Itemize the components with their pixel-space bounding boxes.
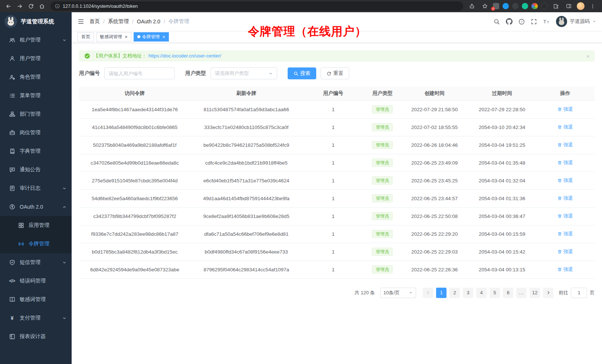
table-row: c347026e805e4d99b0d116eae66eda8ccdfc4ce9… [79, 154, 595, 172]
force-logout-button[interactable]: 强退 [557, 266, 573, 273]
reload-icon[interactable] [26, 1, 36, 11]
sidebar-item[interactable]: ¥支付管理 [0, 309, 72, 327]
close-icon[interactable]: × [163, 34, 166, 39]
action-cell: 强退 [536, 154, 595, 172]
font-size-icon[interactable]: TT [543, 19, 550, 25]
url-bar[interactable]: 127.0.0.1:1024/system/oauth2/token [50, 1, 463, 11]
sidebar-item[interactable]: 菜单管理 [0, 86, 72, 105]
github-icon[interactable] [506, 18, 513, 25]
next-page-button[interactable] [543, 288, 553, 298]
sidebar-item-label: 菜单管理 [20, 92, 66, 99]
force-logout-button[interactable]: 强退 [557, 177, 573, 184]
table-row: 54d6be82ee5a460a9aedc1f9bf22365649d1aa46… [79, 189, 595, 207]
help-icon[interactable]: ? [518, 19, 525, 25]
page-button-4[interactable]: 4 [476, 288, 487, 298]
breadcrumb-item[interactable]: OAuth 2.0 [137, 19, 160, 24]
hamburger-icon[interactable] [78, 18, 84, 25]
sidebar-item[interactable]: 岗位管理 [0, 123, 72, 142]
page-button-12[interactable]: 12 [530, 288, 540, 298]
sidebar-item[interactable]: 令牌管理 [0, 235, 72, 253]
reset-button[interactable]: 重置 [321, 67, 349, 79]
extensions-puzzle-icon[interactable] [551, 1, 560, 11]
doc-link[interactable]: https://doc.iocoder.cn/user-center/ [148, 53, 221, 59]
tab-item[interactable]: 首页 [78, 32, 94, 42]
sidebar-item[interactable]: 通知公告 [0, 161, 72, 179]
expire-time-cell: 2054-03-10 20:42:34 [468, 118, 536, 136]
trash-icon [557, 232, 562, 236]
page-button-6[interactable]: 6 [503, 288, 513, 298]
page-button-5[interactable]: 5 [490, 288, 500, 298]
browser-menu-icon[interactable] [588, 1, 598, 11]
page-button-2[interactable]: 2 [449, 288, 460, 298]
tab-item[interactable]: 敏感词管理× [96, 32, 131, 42]
sidebar-item[interactable]: </>错误码管理 [0, 272, 72, 290]
action-cell: 强退 [536, 118, 595, 136]
expire-time-cell: 2054-03-04 00:36:47 [468, 207, 536, 225]
access-token-cell: c347026e805e4d99b0d116eae66eda8c [79, 154, 190, 172]
user-menu[interactable]: 芋道源码 [556, 16, 596, 27]
goto-suffix: 页 [590, 289, 595, 296]
extension-multicolor-icon[interactable] [531, 3, 538, 9]
search-icon[interactable] [494, 19, 500, 25]
sidebar-item[interactable]: 角色管理 [0, 68, 72, 86]
page-button-1[interactable]: 1 [436, 288, 446, 298]
app-logo[interactable]: 芋道管理系统 [0, 12, 72, 31]
sidebar-item[interactable]: 敏感词管理 [0, 290, 72, 309]
page-button-3[interactable]: 3 [463, 288, 473, 298]
forward-icon[interactable] [15, 1, 24, 11]
sidebar-item[interactable]: 审计日志 [0, 179, 72, 198]
force-logout-button[interactable]: 强退 [557, 142, 573, 148]
extension-dark2-icon[interactable] [541, 3, 547, 9]
chevron-down-icon [62, 261, 66, 265]
extension-grid-icon[interactable]: 0 [493, 3, 499, 9]
extension-blue-icon[interactable] [503, 3, 509, 9]
sidebar-item[interactable]: 租户管理 [0, 31, 72, 49]
sidebar-item[interactable]: 报表设计器 [0, 327, 72, 346]
more-pages-button[interactable]: ... [516, 288, 527, 298]
extension-dark-icon[interactable] [512, 3, 518, 9]
sidebar-split-icon[interactable] [564, 1, 573, 11]
sidebar-item-label: 审计日志 [20, 185, 58, 192]
search-button-label: 搜索 [300, 70, 310, 77]
force-logout-button[interactable]: 强退 [557, 106, 573, 113]
breadcrumb-item[interactable]: 首页 [89, 18, 100, 25]
report-icon [9, 334, 15, 340]
trash-icon [557, 125, 562, 129]
force-logout-button[interactable]: 强退 [557, 248, 573, 255]
sidebar-item[interactable]: 字典管理 [0, 142, 72, 161]
svg-text:?: ? [521, 20, 523, 23]
search-button[interactable]: 搜索 [288, 67, 316, 79]
force-logout-button[interactable]: 强退 [557, 213, 573, 219]
sidebar-item[interactable]: 应用管理 [0, 216, 72, 235]
site-info-icon[interactable] [55, 4, 60, 9]
page-size-select[interactable]: 10条/页 [380, 288, 416, 298]
share-icon[interactable] [467, 1, 477, 11]
bookmark-star-icon[interactable] [480, 1, 490, 11]
force-logout-button[interactable]: 强退 [557, 231, 573, 237]
sidebar-item[interactable]: 部门管理 [0, 105, 72, 123]
sidebar-item[interactable]: OAuth 2.0 [0, 198, 72, 216]
browser-profile-avatar[interactable] [577, 2, 585, 10]
page-content: 【用户体系】文档地址：https://doc.iocoder.cn/user-c… [72, 43, 602, 364]
breadcrumb-item[interactable]: 系统管理 [108, 18, 129, 25]
user-id-input[interactable] [104, 67, 175, 79]
close-icon[interactable]: × [125, 34, 128, 39]
breadcrumb-item[interactable]: 令牌管理 [169, 18, 189, 25]
user-type-badge: 管理员 [372, 176, 393, 185]
alert-close-icon[interactable]: × [586, 53, 590, 59]
goto-page-input[interactable] [571, 288, 587, 298]
back-icon[interactable] [4, 1, 13, 11]
fullscreen-icon[interactable] [531, 19, 537, 25]
tab-item[interactable]: 令牌管理× [134, 32, 169, 42]
access-token-cell: 502375b8040a469a9b82188afdf6af1f [79, 136, 190, 154]
sidebar-item-label: 用户管理 [20, 55, 66, 62]
user-type-select[interactable]: 请选择用户类型 [210, 67, 277, 79]
sidebar-item[interactable]: 短信管理 [0, 253, 72, 272]
sidebar-item[interactable]: 用户管理 [0, 49, 72, 68]
force-logout-button[interactable]: 强退 [557, 124, 573, 130]
prev-page-button[interactable] [423, 288, 433, 298]
extension-green-icon[interactable] [522, 3, 528, 9]
home-icon[interactable] [37, 1, 47, 11]
force-logout-button[interactable]: 强退 [557, 195, 573, 202]
force-logout-button[interactable]: 强退 [557, 159, 573, 166]
